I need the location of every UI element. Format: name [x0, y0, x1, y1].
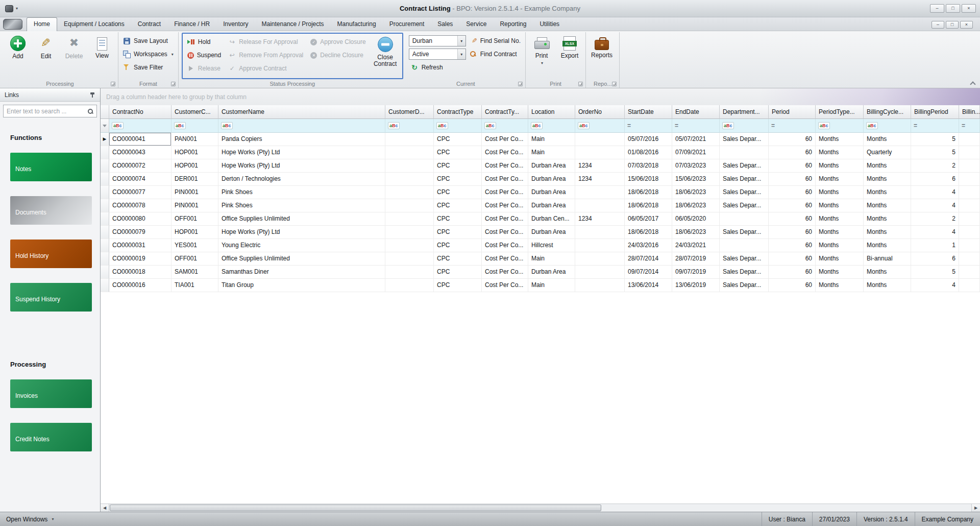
cell-contractty[interactable]: Cost Per Co...	[482, 212, 528, 226]
cell-period[interactable]: 60	[769, 186, 816, 199]
print-button[interactable]: Print▾	[528, 33, 555, 79]
tab-maintenance-projects[interactable]: Maintenance / Projects	[255, 18, 331, 31]
cell-billingperiod[interactable]: 5	[911, 146, 959, 159]
cell-enddate[interactable]: 18/06/2023	[672, 186, 720, 199]
cell-customerc[interactable]: PIN0001	[172, 199, 218, 212]
cell-orderno[interactable]	[575, 133, 625, 146]
filter-cell-period[interactable]: =	[769, 119, 816, 133]
cell-customerc[interactable]: OFF001	[172, 252, 218, 266]
cell-contracttype[interactable]: CPC	[434, 159, 482, 173]
cell-contractty[interactable]: Cost Per Co...	[482, 266, 528, 279]
cell-orderno[interactable]	[575, 186, 625, 199]
workspaces-button[interactable]: Workspaces ▾	[121, 49, 176, 60]
cell-billingperiod[interactable]: 4	[911, 279, 959, 292]
cell-startdate[interactable]: 28/07/2014	[625, 252, 672, 266]
cell-contracttype[interactable]: CPC	[434, 239, 482, 252]
cell-billingperiod[interactable]: 1	[911, 239, 959, 252]
save-layout-button[interactable]: Save Layout	[121, 35, 176, 46]
cell-startdate[interactable]: 07/03/2018	[625, 159, 672, 173]
table-row[interactable]: CO0000080OFF001Office Supplies Unlimited…	[101, 212, 980, 226]
cell-billingperiod[interactable]: 4	[911, 199, 959, 212]
tab-home[interactable]: Home	[27, 17, 57, 31]
column-header-location[interactable]: Location	[528, 105, 575, 119]
cell-customerd[interactable]	[385, 173, 434, 186]
group-by-bar[interactable]: Drag a column header here to group by th…	[101, 88, 980, 105]
delete-button[interactable]: ✖ Delete	[61, 33, 87, 79]
cell-contractno[interactable]: CO0000041	[109, 133, 172, 146]
cell-customerd[interactable]	[385, 186, 434, 199]
cell-customerc[interactable]: DER001	[172, 173, 218, 186]
cell-orderno[interactable]	[575, 239, 625, 252]
cell-periodtype[interactable]: Months	[816, 252, 864, 266]
tab-manufacturing[interactable]: Manufacturing	[331, 18, 383, 31]
filter-cell-startdate[interactable]: =	[625, 119, 672, 133]
cell-location[interactable]: Durban Area	[528, 266, 575, 279]
cell-billin[interactable]	[959, 239, 980, 252]
cell-period[interactable]: 60	[769, 199, 816, 212]
cell-department[interactable]: Sales Depar...	[720, 199, 769, 212]
search-icon[interactable]	[87, 108, 93, 114]
cell-customername[interactable]: Office Supplies Unlimited	[218, 212, 385, 226]
table-row[interactable]: CO0000072HOP001Hope Works (Pty) LtdCPCCo…	[101, 159, 980, 173]
sidebar-button-notes[interactable]: Notes	[10, 153, 92, 181]
scroll-right-arrow-icon[interactable]: ▶	[971, 504, 980, 512]
cell-location[interactable]: Main	[528, 252, 575, 266]
release-button[interactable]: Release	[185, 63, 223, 74]
cell-startdate[interactable]: 09/07/2014	[625, 266, 672, 279]
cell-department[interactable]	[720, 239, 769, 252]
cell-contractno[interactable]: CO0000074	[109, 173, 172, 186]
site-filter-dropdown[interactable]: Durban ▾	[409, 35, 466, 46]
column-header-periodtype[interactable]: PeriodType...	[816, 105, 864, 119]
cell-billingcycle[interactable]: Months	[864, 266, 911, 279]
cell-billin[interactable]	[959, 146, 980, 159]
cell-customerc[interactable]: OFF001	[172, 212, 218, 226]
cell-customername[interactable]: Hope Works (Pty) Ltd	[218, 226, 385, 239]
horizontal-scrollbar[interactable]: ◀ ▶	[101, 504, 980, 512]
filter-cell-billingperiod[interactable]: =	[911, 119, 959, 133]
cell-department[interactable]: Sales Depar...	[720, 159, 769, 173]
table-row[interactable]: CO0000031YES001Young ElectricCPCCost Per…	[101, 239, 980, 252]
cell-customerc[interactable]: PAN001	[172, 133, 218, 146]
export-button[interactable]: Export	[556, 33, 583, 79]
cell-contractty[interactable]: Cost Per Co...	[482, 173, 528, 186]
chevron-down-icon[interactable]: ▾	[457, 49, 465, 59]
tab-sales[interactable]: Sales	[431, 18, 459, 31]
cell-customerc[interactable]: HOP001	[172, 159, 218, 173]
cell-billin[interactable]	[959, 199, 980, 212]
cell-billingcycle[interactable]: Months	[864, 173, 911, 186]
cell-customerc[interactable]: HOP001	[172, 146, 218, 159]
column-header-period[interactable]: Period	[769, 105, 816, 119]
cell-customername[interactable]: Samanthas Diner	[218, 266, 385, 279]
cell-department[interactable]	[720, 212, 769, 226]
reports-button[interactable]: Reports	[589, 33, 615, 79]
cell-billingcycle[interactable]: Months	[864, 159, 911, 173]
cell-periodtype[interactable]: Months	[816, 212, 864, 226]
cell-customername[interactable]: Hope Works (Pty) Ltd	[218, 159, 385, 173]
cell-billingperiod[interactable]: 5	[911, 266, 959, 279]
cell-orderno[interactable]	[575, 146, 625, 159]
cell-period[interactable]: 60	[769, 133, 816, 146]
cell-contracttype[interactable]: CPC	[434, 133, 482, 146]
cell-billingperiod[interactable]: 5	[911, 133, 959, 146]
cell-customername[interactable]: Office Supplies Unlimited	[218, 252, 385, 266]
dialog-launcher-icon[interactable]	[578, 82, 583, 86]
cell-orderno[interactable]	[575, 199, 625, 212]
release-for-approval-button[interactable]: ↪ Release For Approval	[226, 36, 305, 47]
cell-contractno[interactable]: CO0000080	[109, 212, 172, 226]
cell-customerd[interactable]	[385, 226, 434, 239]
view-button[interactable]: View	[89, 33, 115, 79]
cell-periodtype[interactable]: Months	[816, 173, 864, 186]
child-minimize-button[interactable]: –	[932, 21, 944, 29]
cell-enddate[interactable]: 18/06/2023	[672, 226, 720, 239]
cell-orderno[interactable]	[575, 279, 625, 292]
filter-cell-enddate[interactable]: =	[672, 119, 720, 133]
cell-customerc[interactable]: YES001	[172, 239, 218, 252]
approve-contract-button[interactable]: ✓ Approve Contract	[226, 63, 305, 74]
chevron-down-icon[interactable]: ▾	[16, 6, 18, 11]
cell-department[interactable]: Sales Depar...	[720, 226, 769, 239]
cell-location[interactable]: Durban Area	[528, 199, 575, 212]
cell-billingcycle[interactable]: Months	[864, 133, 911, 146]
cell-contracttype[interactable]: CPC	[434, 226, 482, 239]
cell-customerd[interactable]	[385, 212, 434, 226]
cell-periodtype[interactable]: Months	[816, 239, 864, 252]
